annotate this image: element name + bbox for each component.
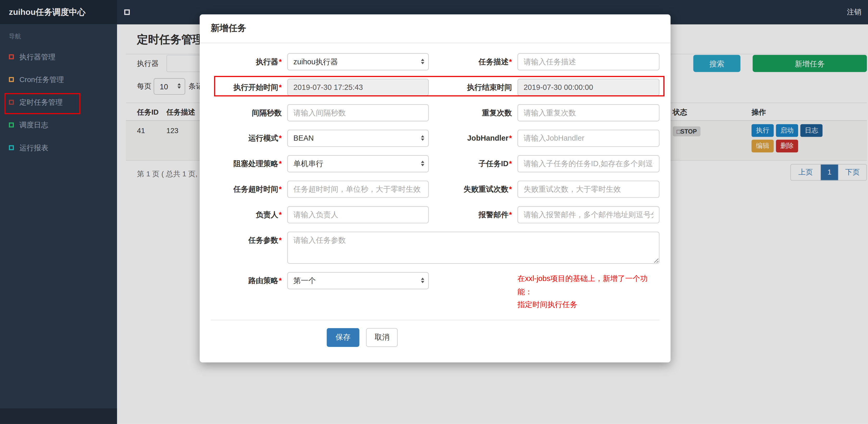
modal-body: 执行器* zuihou执行器 任务描述* 执行开始时间* 执行结束时间 间隔秒数	[200, 43, 671, 320]
job-handler-label: JobHandler*	[429, 130, 518, 147]
timeout-input[interactable]	[287, 181, 429, 198]
end-time-label: 执行结束时间	[429, 79, 518, 96]
child-job-label: 子任务ID*	[429, 155, 518, 172]
job-desc-input[interactable]	[518, 53, 659, 70]
job-desc-label: 任务描述*	[429, 53, 518, 70]
block-strategy-select-value: 单机串行	[293, 159, 323, 169]
select-arrows-icon	[421, 160, 424, 166]
alarm-email-input[interactable]	[518, 206, 659, 224]
route-strategy-select[interactable]: 第一个	[287, 272, 429, 289]
select-arrows-icon	[421, 58, 424, 64]
glue-type-select[interactable]: BEAN	[287, 130, 429, 147]
block-strategy-label: 阻塞处理策略*	[211, 155, 287, 172]
interval-label: 间隔秒数	[211, 104, 287, 121]
block-strategy-select[interactable]: 单机串行	[287, 155, 429, 172]
app-root: zuihou任务调度中心 注销 导航 执行器管理 Cron任务管理 定时任务管理…	[0, 0, 868, 424]
job-handler-input[interactable]	[518, 130, 659, 147]
start-time-input[interactable]	[287, 79, 429, 96]
glue-type-select-value: BEAN	[293, 134, 314, 142]
cancel-button[interactable]: 取消	[366, 328, 398, 347]
interval-input[interactable]	[287, 104, 429, 121]
owner-input[interactable]	[287, 206, 429, 224]
repeat-input[interactable]	[518, 104, 659, 121]
modal-footer: 保存 取消	[200, 320, 671, 362]
end-time-input[interactable]	[518, 79, 659, 96]
job-param-label: 任务参数*	[211, 232, 287, 249]
feature-note: 在xxl-jobs项目的基础上，新增了一个功能： 指定时间执行任务	[518, 272, 659, 312]
owner-label: 负责人*	[211, 206, 287, 224]
job-param-textarea[interactable]	[287, 232, 659, 264]
modal-header: 新增任务	[200, 14, 671, 43]
executor-select-value: zuihou执行器	[293, 57, 338, 67]
alarm-email-label: 报警邮件*	[429, 206, 518, 224]
retry-input[interactable]	[518, 181, 659, 198]
glue-type-label: 运行模式*	[211, 130, 287, 147]
save-button[interactable]: 保存	[327, 328, 360, 347]
select-arrows-icon	[421, 278, 424, 283]
route-strategy-label: 路由策略*	[211, 272, 287, 289]
start-time-label: 执行开始时间*	[211, 79, 287, 96]
executor-select[interactable]: zuihou执行器	[287, 53, 429, 70]
executor-label: 执行器*	[211, 53, 287, 70]
add-task-modal: 新增任务 执行器* zuihou执行器 任务描述* 执行开始时间* 执行结束时间	[200, 14, 671, 362]
select-arrows-icon	[421, 135, 424, 140]
child-job-input[interactable]	[518, 155, 659, 172]
route-strategy-select-value: 第一个	[293, 276, 316, 286]
timeout-label: 任务超时时间*	[211, 181, 287, 198]
modal-title: 新增任务	[211, 23, 246, 33]
repeat-label: 重复次数	[429, 104, 518, 121]
retry-label: 失败重试次数*	[429, 181, 518, 198]
